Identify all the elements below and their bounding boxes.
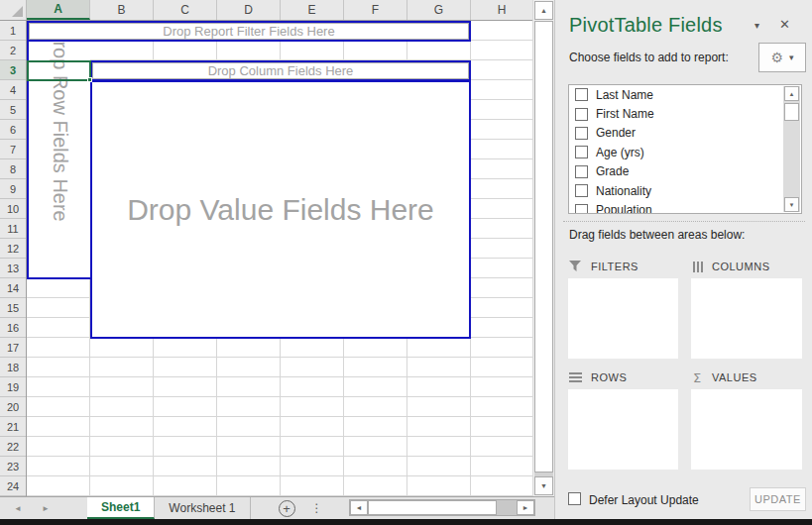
field-label: Last Name [596,88,653,102]
field-list-item[interactable]: Grade [569,162,801,181]
row-header[interactable]: 1 [0,21,26,41]
horizontal-scrollbar-thumb[interactable] [368,500,497,515]
field-label: Nationality [596,184,651,198]
select-all-corner[interactable] [0,0,27,20]
column-header[interactable]: D [217,0,281,20]
drag-fields-label: Drag fields between areas below: [569,228,745,242]
row-header[interactable]: 5 [0,100,26,120]
field-list-item[interactable]: Gender [569,124,801,143]
list-scroll-down-button[interactable]: ▼ [784,197,799,212]
field-list-item[interactable]: Last Name [569,85,801,104]
pane-close-icon[interactable]: ✕ [779,17,790,32]
row-header[interactable]: 18 [0,358,26,377]
scroll-left-button[interactable]: ◄ [350,500,368,515]
pivot-column-zone[interactable]: Drop Column Fields Here [90,60,471,81]
column-header[interactable]: B [90,0,154,20]
field-label: First Name [596,107,654,121]
column-header[interactable]: H [471,0,532,20]
row-header[interactable]: 6 [0,120,26,140]
field-checkbox[interactable] [575,88,588,101]
row-header[interactable]: 24 [0,476,26,496]
active-cell-selection[interactable] [27,60,91,81]
defer-layout-checkbox[interactable] [568,492,581,505]
list-scroll-up-button[interactable]: ▲ [784,86,799,101]
vertical-scrollbar[interactable]: ▲ ▼ [532,0,553,496]
field-list-item[interactable]: First Name [569,104,801,123]
row-header[interactable]: 17 [0,338,26,358]
row-header[interactable]: 3 [0,60,26,80]
columns-drop-area[interactable] [691,278,802,359]
scroll-down-button[interactable]: ▼ [534,476,553,495]
column-header-row: ABCDEFGH [0,0,532,21]
field-checkbox[interactable] [575,127,588,140]
row-header[interactable]: 14 [0,278,26,298]
values-drop-area[interactable] [691,389,802,470]
next-sheet-icon[interactable]: ► [42,504,50,513]
row-header[interactable]: 10 [0,199,26,219]
field-list-item[interactable]: Nationality [569,181,801,200]
tools-button[interactable]: ⚙ ▾ [758,43,806,72]
tab-bar-extras: + ⋮ [251,497,323,519]
row-header[interactable]: 20 [0,397,26,417]
row-header[interactable]: 4 [0,80,26,100]
row-header[interactable]: 22 [0,437,26,457]
row-header-column: 123456789101112131415161718192021222324 [0,21,27,496]
list-scrollbar-thumb[interactable] [784,103,799,121]
field-checkbox[interactable] [575,184,588,197]
filter-zone-hint: Drop Report Filter Fields Here [29,23,469,40]
column-header[interactable]: A [27,0,90,20]
row-header[interactable]: 16 [0,318,26,338]
tab-sheet1[interactable]: Sheet1 [87,497,155,519]
new-sheet-button[interactable]: + [279,500,295,517]
field-checkbox[interactable] [575,204,588,214]
pane-options-caret-icon[interactable]: ▾ [754,20,759,31]
prev-sheet-icon[interactable]: ◄ [14,504,22,513]
row-header[interactable]: 13 [0,259,26,278]
value-zone-hint: Drop Value Fields Here [127,193,434,227]
row-header[interactable]: 12 [0,239,26,259]
row-header[interactable]: 8 [0,159,26,179]
pivot-filter-zone[interactable]: Drop Report Filter Fields Here [27,21,471,42]
pivot-value-zone[interactable]: Drop Value Fields Here [90,80,471,339]
row-header[interactable]: 2 [0,41,26,60]
row-header[interactable]: 11 [0,219,26,239]
tab-nav-arrows: ◄ ► [0,497,87,519]
field-list-item[interactable]: Population [569,200,801,214]
field-checkbox[interactable] [575,146,588,158]
values-area-label: VALUES [712,371,757,383]
excel-pivot-window: ABCDEFGH 1234567891011121314151617181920… [0,0,812,525]
row-header[interactable]: 23 [0,457,26,476]
rows-drop-area[interactable] [568,389,678,470]
row-header[interactable]: 15 [0,298,26,318]
tab-worksheet1[interactable]: Worksheet 1 [155,497,250,519]
row-header[interactable]: 7 [0,140,26,159]
scroll-up-button[interactable]: ▲ [534,1,553,20]
column-header[interactable]: C [154,0,217,20]
update-button[interactable]: UPDATE [750,487,806,511]
field-checkbox[interactable] [575,165,588,178]
horizontal-scrollbar[interactable]: ◄ ► [349,499,535,516]
field-label: Gender [596,126,636,140]
row-header[interactable]: 9 [0,179,26,199]
filters-drop-area[interactable] [568,278,678,359]
cell-grid[interactable]: Drop Report Filter Fields Here Drop Colu… [27,21,532,496]
pane-separator [563,221,805,222]
column-header[interactable]: E [281,0,344,20]
field-checkbox[interactable] [575,108,588,121]
field-label: Grade [596,164,629,178]
fill-handle[interactable] [87,77,92,82]
vertical-scrollbar-thumb[interactable] [534,21,553,472]
field-list-item[interactable]: Age (yrs) [569,143,801,161]
pivottable-fields-pane: PivotTable Fields ▾ ✕ Choose fields to a… [554,0,812,519]
scroll-right-button[interactable]: ► [517,500,534,515]
column-header[interactable]: F [344,0,407,20]
row-header[interactable]: 21 [0,417,26,437]
row-header[interactable]: 19 [0,377,26,397]
field-label: Population [596,203,652,214]
columns-area-label: COLUMNS [712,261,770,272]
filter-funnel-icon [569,261,581,272]
column-header[interactable]: G [407,0,471,20]
field-list-scrollbar[interactable]: ▲ ▼ [783,86,800,212]
more-options-icon[interactable]: ⋮ [311,501,323,515]
columns-bars-icon [693,262,705,272]
